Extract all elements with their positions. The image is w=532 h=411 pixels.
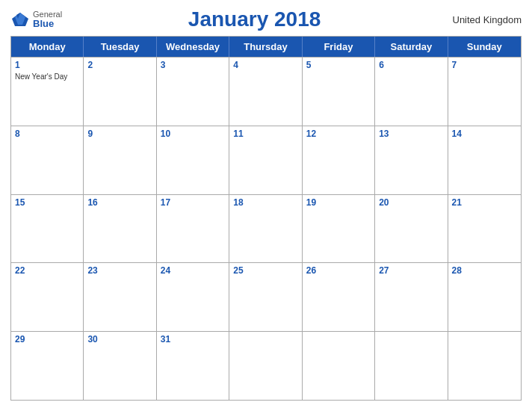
cell-date: 27 xyxy=(379,265,443,277)
calendar-cell: 19 xyxy=(303,195,375,263)
calendar-cell: 30 xyxy=(84,332,156,400)
cell-date: 0 xyxy=(306,334,371,346)
calendar-week-2: 891011121314 xyxy=(11,126,521,194)
day-header-wednesday: Wednesday xyxy=(157,37,229,57)
calendar-cell: 0 xyxy=(375,332,448,400)
calendar-cell: 14 xyxy=(448,126,521,194)
cell-date: 20 xyxy=(379,197,443,209)
calendar-cell: 2 xyxy=(84,58,156,126)
cell-date: 30 xyxy=(87,334,152,346)
logo-text: General Blue xyxy=(33,10,62,28)
cell-date: 25 xyxy=(233,265,297,277)
calendar-cell: 18 xyxy=(229,195,302,263)
cell-date: 23 xyxy=(87,265,152,277)
calendar-cell: 10 xyxy=(157,126,229,194)
calendar-cell: 4 xyxy=(229,58,302,126)
calendar-cell: 8 xyxy=(11,126,84,194)
calendar-cell: 9 xyxy=(84,126,156,194)
calendar-cell: 24 xyxy=(157,263,229,331)
calendar-cell: 12 xyxy=(303,126,375,194)
country-label: United Kingdom xyxy=(447,14,522,25)
day-header-sunday: Sunday xyxy=(448,37,521,57)
calendar-cell: 0 xyxy=(229,332,302,400)
logo: General Blue xyxy=(10,10,62,28)
cell-date: 31 xyxy=(161,334,225,346)
calendar-cell: 22 xyxy=(11,263,84,331)
calendar-cell: 17 xyxy=(157,195,229,263)
cell-date: 18 xyxy=(233,197,297,209)
cell-date: 10 xyxy=(161,129,225,140)
day-header-friday: Friday xyxy=(303,37,375,57)
cell-date: 6 xyxy=(379,60,443,72)
cell-date: 24 xyxy=(161,265,225,277)
cell-date: 17 xyxy=(161,197,225,209)
cell-date: 12 xyxy=(306,129,371,140)
day-header-thursday: Thursday xyxy=(229,37,302,57)
cell-date: 11 xyxy=(233,129,297,140)
cell-date: 0 xyxy=(233,334,297,346)
calendar-cell: 26 xyxy=(303,263,375,331)
calendar-cell: 6 xyxy=(375,58,448,126)
cell-date: 26 xyxy=(306,265,371,277)
cell-date: 29 xyxy=(15,334,79,346)
calendar-header: MondayTuesdayWednesdayThursdayFridaySatu… xyxy=(11,37,521,57)
calendar-week-4: 22232425262728 xyxy=(11,262,521,331)
logo-blue: Blue xyxy=(33,19,62,28)
calendar-cell: 21 xyxy=(448,195,521,263)
calendar-cell: 7 xyxy=(448,58,521,126)
cell-date: 1 xyxy=(15,60,79,72)
calendar-cell: 28 xyxy=(448,263,521,331)
calendar-title: January 2018 xyxy=(62,7,447,31)
cell-date: 8 xyxy=(15,129,79,140)
logo-bird-icon xyxy=(10,11,30,28)
top-bar: General Blue January 2018 United Kingdom xyxy=(10,7,522,31)
calendar-cell: 31 xyxy=(157,332,229,400)
cell-date: 22 xyxy=(15,265,79,277)
calendar-cell: 1New Year's Day xyxy=(11,58,84,126)
day-header-monday: Monday xyxy=(11,37,84,57)
cell-date: 16 xyxy=(87,197,152,209)
calendar-cell: 13 xyxy=(375,126,448,194)
calendar-cell: 3 xyxy=(157,58,229,126)
calendar-cell: 23 xyxy=(84,263,156,331)
cell-date: 28 xyxy=(452,265,517,277)
calendar-cell: 25 xyxy=(229,263,302,331)
cell-date: 13 xyxy=(379,129,443,140)
cell-date: 14 xyxy=(452,129,517,140)
calendar-cell: 20 xyxy=(375,195,448,263)
calendar-cell: 0 xyxy=(303,332,375,400)
calendar-week-1: 1New Year's Day234567 xyxy=(11,57,521,126)
cell-date: 21 xyxy=(452,197,517,209)
calendar-week-5: 2930310000 xyxy=(11,331,521,400)
calendar-body: 1New Year's Day2345678910111213141516171… xyxy=(11,57,521,400)
cell-date: 7 xyxy=(452,60,517,72)
calendar-cell: 11 xyxy=(229,126,302,194)
cell-date: 3 xyxy=(161,60,225,72)
calendar-cell: 0 xyxy=(448,332,521,400)
cell-date: 5 xyxy=(306,60,371,72)
day-header-tuesday: Tuesday xyxy=(84,37,156,57)
calendar-cell: 27 xyxy=(375,263,448,331)
cell-date: 15 xyxy=(15,197,79,209)
calendar-cell: 29 xyxy=(11,332,84,400)
calendar-cell: 16 xyxy=(84,195,156,263)
cell-date: 2 xyxy=(87,60,152,72)
cell-date: 0 xyxy=(379,334,443,346)
cell-date: 9 xyxy=(87,129,152,140)
day-header-saturday: Saturday xyxy=(375,37,448,57)
cell-date: 4 xyxy=(233,60,297,72)
calendar: MondayTuesdayWednesdayThursdayFridaySatu… xyxy=(10,36,522,401)
cell-holiday: New Year's Day xyxy=(15,72,79,81)
calendar-cell: 5 xyxy=(303,58,375,126)
calendar-week-3: 15161718192021 xyxy=(11,194,521,263)
cell-date: 0 xyxy=(452,334,517,346)
calendar-cell: 15 xyxy=(11,195,84,263)
cell-date: 19 xyxy=(306,197,371,209)
